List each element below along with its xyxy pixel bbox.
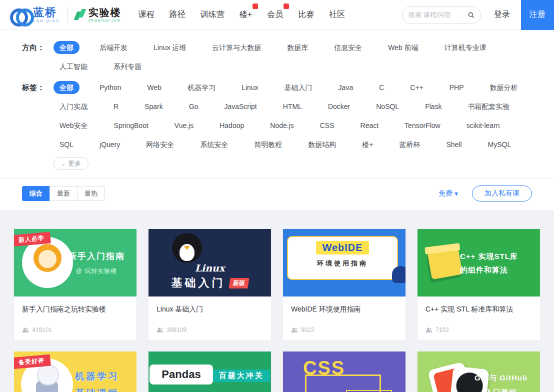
nav-item-3[interactable]: 楼+ [240,8,252,22]
tag-option[interactable]: C [373,81,390,94]
price-filter-label: 免费 [438,189,452,198]
login-button[interactable]: 登录 [494,10,510,20]
course-card[interactable]: WebIDE环境使用指南 WebIDE 环境使用指南 9022 [283,229,406,340]
cover-text: Pandas百题大冲关 [148,364,271,384]
tag-option[interactable]: MySQL [482,138,518,151]
lanqiao-logo-icon [10,8,30,22]
tag-option[interactable]: 机器学习 [182,81,222,94]
tag-option[interactable]: Spark [138,100,169,113]
nav-item-label: 训练营 [200,10,224,18]
search-input[interactable] [408,11,468,18]
nav-item-1[interactable]: 路径 [170,8,186,22]
sort-toolbar: 综合最新最热 免费 ▾ 加入私有课 [0,178,554,210]
logo[interactable]: 蓝桥 LAN QIAO 实验楼 shiyanlou.com [10,7,122,23]
learner-count: 306109 [166,326,186,334]
tag-option[interactable]: CSS [314,119,340,132]
tag-option[interactable]: Web [142,81,168,94]
tag-option[interactable]: 简明教程 [248,138,288,151]
tag-option[interactable]: PHP [444,81,470,94]
tag-option[interactable]: Shell [440,138,468,151]
nav-item-0[interactable]: 课程 [138,8,154,22]
direction-option[interactable]: Linux 运维 [148,41,192,54]
search-icon[interactable] [468,11,474,19]
tag-option[interactable]: 书籍配套实验 [462,100,516,113]
tag-option[interactable]: Java [332,81,360,94]
logo-divider [67,8,68,22]
tag-option[interactable]: jQuery [94,138,126,151]
tag-option[interactable]: SpringBoot [108,119,154,132]
course-cover: 备受好评 机器学习基础课程 [14,352,136,392]
direction-filter-row: 方向： 全部后端开发Linux 运维云计算与大数据数据库信息安全Web 前端计算… [0,38,554,76]
tag-option[interactable]: 数据分析 [484,81,524,94]
tag-option[interactable]: C++ [404,81,429,94]
tag-option[interactable]: Node.js [264,119,300,132]
nav-item-5[interactable]: 比赛 [298,8,314,22]
direction-option[interactable]: 后端开发 [94,41,134,54]
tag-option[interactable]: Vue.js [168,119,200,132]
tag-option[interactable]: TensorFlow [398,119,446,132]
tag-option[interactable]: 网络安全 [140,138,180,151]
tag-option[interactable]: Hadoop [214,119,250,132]
nav-menu: 课程路径训练营楼+会员比赛社区 [138,0,360,30]
sort-segmented-control: 综合最新最热 [22,186,105,201]
tag-option[interactable]: HTML [277,100,308,113]
tag-option[interactable]: 数据结构 [302,138,342,151]
direction-option[interactable]: 计算机专业课 [438,41,492,54]
tag-option[interactable]: 蓝桥杯 [393,138,426,151]
course-card[interactable]: Pandas百题大冲关 Pandas 百题大冲关 13855 [148,352,271,392]
sort-option[interactable]: 最新 [50,186,78,201]
cover-text-line: 基础课程 [64,385,130,392]
register-button[interactable]: 注册 [521,0,554,30]
tag-option[interactable]: Flask [419,100,448,113]
tag-option[interactable]: Docker [322,100,356,113]
learners-icon [291,326,298,334]
nav-item-6[interactable]: 社区 [329,8,345,22]
course-card[interactable]: C++ 实现STL库的组件和算法 C++ 实现 STL 标准库和算法 7102 [418,229,540,340]
join-private-course-button[interactable]: 加入私有课 [472,186,532,202]
course-card[interactable]: 新人必学 新手入门指南@ 玩转实验楼 新手入门指南之玩转实验楼 419101 [14,229,136,340]
learner-count: 9022 [301,326,314,334]
tag-option[interactable]: Linux [236,81,264,94]
tag-option[interactable]: 入门实战 [54,100,94,113]
nav-item-2[interactable]: 训练营 [200,8,224,22]
direction-option[interactable]: Web 前端 [382,41,424,54]
tag-option[interactable]: SQL [54,138,80,151]
cover-text: CSS简明教程 [303,358,392,392]
course-cover: Git 与 GitHub入门教程 [418,352,540,392]
tag-option[interactable]: Go [183,100,204,113]
cover-text: Git 与 GitHub入门教程 [466,371,536,392]
direction-option[interactable]: 人工智能 [54,60,94,73]
tag-option[interactable]: R [108,100,124,113]
sort-option[interactable]: 综合 [22,186,50,201]
cover-text-line: WebIDE [316,241,368,254]
nav-item-4[interactable]: 会员 [267,8,283,22]
search-box[interactable] [402,6,481,24]
cover-text-line: C++ 实现STL库 [460,250,535,263]
tag-option[interactable]: 楼+ [356,138,379,151]
direction-option[interactable]: 信息安全 [328,41,368,54]
direction-option[interactable]: 数据库 [281,41,314,54]
direction-option[interactable]: 系列专题 [108,60,148,73]
course-cover: WebIDE环境使用指南 [283,229,406,296]
tag-option[interactable]: React [354,119,385,132]
course-card[interactable]: Git 与 GitHub入门教程 Git 与 GitHub 入门实践 15023 [418,352,540,392]
tag-option[interactable]: 系统安全 [194,138,234,151]
learner-count: 419101 [32,326,52,334]
tag-option[interactable]: scikit-learn [460,119,506,132]
tag-option[interactable]: 全部 [54,81,80,94]
tag-option[interactable]: JavaScript [218,100,262,113]
tag-option[interactable]: Web安全 [54,119,94,132]
course-card[interactable]: 备受好评 机器学习基础课程 机器学习开放基础课程 7068 [14,352,136,392]
course-card[interactable]: Linux基础入门新版 Linux 基础入门 306109 [148,229,271,340]
direction-option[interactable]: 全部 [54,41,80,54]
tag-option[interactable]: Python [94,81,128,94]
tag-option[interactable]: NoSQL [370,100,405,113]
more-tags-button[interactable]: ⌄ 更多 [54,157,88,170]
cover-text-line: 环境使用指南 [291,259,394,268]
course-card[interactable]: CSS简明教程 CSS3 简明教程 5658 [283,352,406,392]
direction-option[interactable]: 云计算与大数据 [206,41,267,54]
sort-option[interactable]: 最热 [77,186,105,201]
price-filter-dropdown[interactable]: 免费 ▾ [438,189,458,198]
top-navbar: 蓝桥 LAN QIAO 实验楼 shiyanlou.com 课程路径训练营楼+会… [0,0,554,30]
tag-option[interactable]: 基础入门 [278,81,318,94]
